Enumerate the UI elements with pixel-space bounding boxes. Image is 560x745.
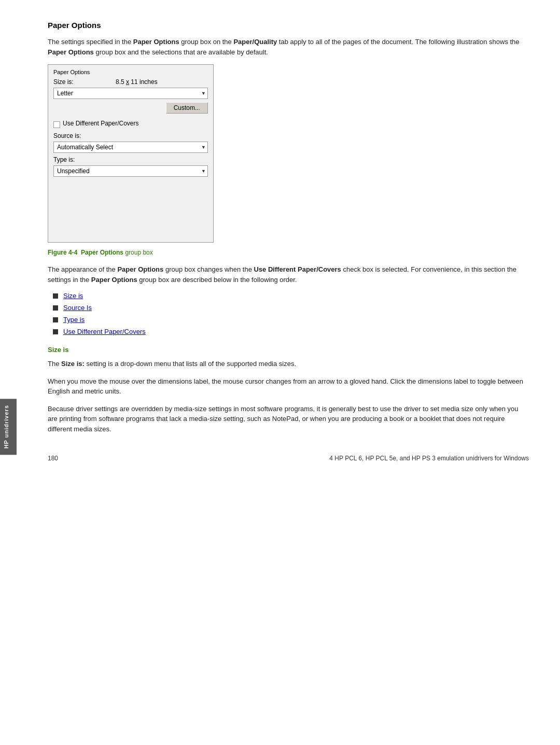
- custom-button-wrapper: Custom...: [53, 102, 208, 117]
- list-item: Type is: [53, 316, 529, 324]
- use-different-link[interactable]: Use Different Paper/Covers: [63, 328, 146, 335]
- size-is-link[interactable]: Size is: [63, 292, 83, 300]
- checkbox-row[interactable]: Use Different Paper/Covers: [53, 120, 208, 129]
- middle-paragraph: The appearance of the Paper Options grou…: [48, 264, 529, 285]
- custom-button[interactable]: Custom...: [166, 102, 208, 114]
- figure-text: Paper Options: [81, 249, 123, 256]
- size-label: Size is:: [53, 78, 95, 86]
- size-para3: Because driver settings are overridden b…: [48, 404, 529, 434]
- page-footer: 180 4 HP PCL 6, HP PCL 5e, and HP PS 3 e…: [48, 455, 529, 462]
- type-is-link[interactable]: Type is: [63, 316, 85, 324]
- list-item: Use Different Paper/Covers: [53, 328, 529, 335]
- page-title: Paper Options: [48, 21, 529, 30]
- bullet-icon: [53, 293, 58, 299]
- source-label: Source is:: [53, 132, 208, 139]
- footer-chapter: 4 HP PCL 6, HP PCL 5e, and HP PS 3 emula…: [329, 455, 529, 462]
- bullet-icon: [53, 317, 58, 322]
- side-tab: HP unidrivers: [0, 0, 17, 745]
- source-is-link[interactable]: Source Is: [63, 304, 92, 312]
- source-dropdown-wrapper[interactable]: Automatically Select: [53, 142, 208, 153]
- size-para2: When you move the mouse over the dimensi…: [48, 376, 529, 397]
- type-label: Type is:: [53, 156, 208, 163]
- list-item: Size is: [53, 292, 529, 300]
- letter-dropdown-wrapper[interactable]: Letter: [53, 88, 208, 99]
- bullet-icon: [53, 329, 58, 334]
- list-item: Source Is: [53, 304, 529, 312]
- use-different-checkbox[interactable]: [53, 121, 60, 128]
- type-dropdown-wrapper[interactable]: Unspecified: [53, 165, 208, 177]
- checkbox-label: Use Different Paper/Covers: [63, 120, 139, 127]
- figure-suffix: group box: [123, 249, 153, 256]
- dialog-size-row: Size is: 8.5 x 11 inches: [53, 78, 208, 86]
- figure-caption: Figure 4-4 Paper Options group box: [48, 249, 529, 256]
- source-dropdown[interactable]: Automatically Select: [53, 142, 208, 153]
- dialog-empty-space: [53, 180, 208, 237]
- dialog-legend: Paper Options: [53, 69, 208, 75]
- size-para1: The Size is: setting is a drop-down menu…: [48, 359, 529, 369]
- main-content: Paper Options The settings specified in …: [17, 0, 560, 745]
- letter-dropdown[interactable]: Letter: [53, 88, 208, 99]
- bullet-list: Size is Source Is Type is Use Different …: [48, 292, 529, 335]
- figure-label: Figure 4-4: [48, 249, 77, 256]
- sidebar-label: HP unidrivers: [0, 399, 17, 455]
- page-number: 180: [48, 455, 58, 462]
- intro-paragraph: The settings specified in the Paper Opti…: [48, 37, 529, 57]
- size-is-heading: Size is: [48, 346, 529, 354]
- dialog-box: Paper Options Size is: 8.5 x 11 inches L…: [48, 64, 214, 243]
- type-dropdown[interactable]: Unspecified: [53, 165, 208, 177]
- size-value: 8.5 x 11 inches: [116, 78, 158, 86]
- bullet-icon: [53, 305, 58, 311]
